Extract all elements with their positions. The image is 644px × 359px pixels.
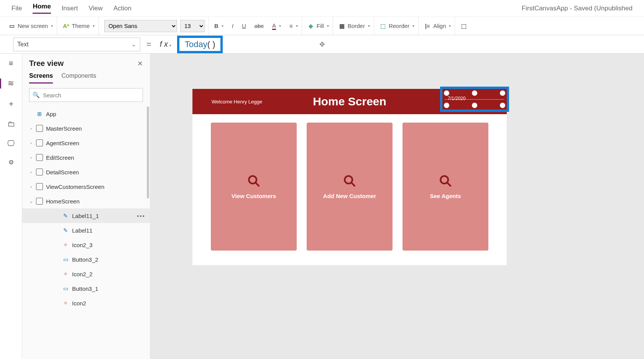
tree-node-screen[interactable]: › DetailScreen [22,165,150,179]
app-canvas[interactable]: Welcome Henry Legge Home Screen 7/1/2020 [192,89,507,265]
resize-handle[interactable] [500,103,505,108]
rail-media[interactable]: 🖵 [0,139,22,148]
tree-node-screen[interactable]: › MasterScreen [22,121,150,136]
tile-see-agents[interactable]: See Agents [402,123,488,251]
scrollbar-thumb[interactable] [147,107,149,198]
menu-bar: File Home Insert View Action FirstCanvas… [0,0,644,17]
more-icon[interactable]: ••• [137,213,145,219]
svg-line-1 [255,182,259,186]
rail-advanced[interactable]: ⚙ [0,159,22,166]
tree-node-app[interactable]: ⊞ App [22,107,150,121]
tree-node-screen[interactable]: › AgentScreen [22,136,150,150]
screen-icon [36,139,43,146]
tree-list: ⊞ App › MasterScreen › AgentScreen › Edi… [22,107,150,359]
svg-line-3 [351,182,355,186]
tree-node-control[interactable]: ▭ Button3_2 [22,252,150,267]
tab-screens[interactable]: Screens [29,72,53,84]
tree-node-screen[interactable]: › ViewCustomersScreen [22,179,150,194]
screen-icon [36,169,43,175]
menu-action[interactable]: Action [113,5,131,12]
tree-node-control[interactable]: ▭ Button3_1 [22,281,150,296]
reorder-icon: ⬚ [380,23,386,30]
resize-handle[interactable] [444,90,449,96]
tab-components[interactable]: Components [61,72,96,84]
bold-button[interactable]: B [214,23,223,29]
ribbon-toolbar: ▭ New screen Aª Theme Open Sans 13 B I U… [0,17,644,35]
svg-point-0 [249,176,256,184]
search-icon [343,174,356,187]
screen-icon: ▭ [8,23,15,30]
fx-button[interactable]: f x [158,40,173,49]
tree-view-panel: Tree view ✕ Screens Components 🔍 ⊞ App ›… [22,54,150,359]
tile-view-customers[interactable]: View Customers [211,123,297,251]
tiles-row: View Customers Add New Customer See Agen… [192,114,507,259]
move-cursor-icon: ✥ [319,40,325,49]
new-screen-button[interactable]: ▭ New screen [8,23,53,30]
border-icon: ▦ [338,23,345,30]
strikethrough-button[interactable]: abc [255,23,264,29]
date-label-control[interactable]: 7/1/2020 [442,89,507,110]
screen-icon [36,154,43,161]
reorder-button[interactable]: ⬚ Reorder [380,23,414,30]
resize-handle[interactable] [472,103,477,108]
app-title: FirstCanvasApp - Saved (Unpublished [522,5,632,12]
menu-file[interactable]: File [12,5,22,12]
text-align-button[interactable]: ≡ [289,23,298,29]
fill-icon: ◆ [307,23,314,30]
tree-node-screen[interactable]: › EditScreen [22,150,150,165]
menu-insert[interactable]: Insert [62,5,78,12]
font-size-select[interactable]: 13 [180,20,205,32]
font-color-button[interactable]: A [272,22,281,30]
tree-node-control[interactable]: ✧ Icon2_3 [22,238,150,252]
group-icon: ⬚ [460,23,467,30]
main-area: ≡ ≋ ＋ 🗀 🖵 ⚙ Tree view ✕ Screens Componen… [0,54,644,359]
search-icon: 🔍 [33,92,40,98]
canvas-area: Welcome Henry Legge Home Screen 7/1/2020 [150,54,644,359]
tile-add-customer[interactable]: Add New Customer [307,123,393,251]
tree-node-control[interactable]: ✎ Label11 [22,223,150,238]
resize-handle[interactable] [444,103,449,108]
formula-input[interactable]: Today( ) [177,36,223,53]
svg-line-5 [447,182,451,186]
app-header: Welcome Henry Legge Home Screen 7/1/2020 [192,89,507,114]
menu-view[interactable]: View [89,5,103,12]
fill-button[interactable]: ◆ Fill [307,23,329,30]
tree-node-homescreen[interactable]: ⌄ HomeScreen [22,194,150,208]
icon-control-icon: ✧ [62,300,69,307]
search-icon [247,174,260,187]
underline-button[interactable]: U [242,23,246,29]
rail-hamburger[interactable]: ≡ [0,59,22,68]
welcome-label: Welcome Henry Legge [212,99,262,105]
icon-control-icon: ✧ [62,270,69,277]
tree-node-control[interactable]: ✧ Icon2 [22,296,150,310]
search-input[interactable] [43,92,140,98]
close-icon[interactable]: ✕ [137,59,143,68]
rail-tree-view[interactable]: ≋ [0,79,22,88]
app-icon: ⊞ [36,110,43,117]
theme-button[interactable]: Aª Theme [62,23,95,30]
tree-node-control[interactable]: ✧ Icon2_2 [22,267,150,281]
svg-point-2 [345,176,352,184]
menu-home[interactable]: Home [33,3,51,14]
search-icon [439,174,452,187]
formula-bar: Text⌄ = f x Today( ) ✥ [0,35,644,54]
button-icon: ▭ [62,285,69,292]
align-button[interactable]: |≡ Align [424,23,451,30]
resize-handle[interactable] [472,90,477,96]
border-button[interactable]: ▦ Border [338,23,370,30]
italic-button[interactable]: I [232,23,233,29]
rail-add[interactable]: ＋ [0,98,22,109]
left-nav-rail: ≡ ≋ ＋ 🗀 🖵 ⚙ [0,54,22,359]
button-icon: ▭ [62,256,69,263]
group-button[interactable]: ⬚ [460,23,467,30]
rail-data[interactable]: 🗀 [0,120,22,128]
tree-node-control[interactable]: ✎ Label11_1 ••• [22,208,150,223]
tree-search[interactable]: 🔍 [29,88,143,102]
tree-view-title: Tree view [29,59,64,68]
align-icon: ≡ [289,23,293,29]
equals-sign: = [144,39,154,49]
font-family-select[interactable]: Open Sans [104,20,177,32]
property-select[interactable]: Text⌄ [13,38,140,51]
label-icon: ✎ [62,212,69,219]
resize-handle[interactable] [500,90,505,96]
